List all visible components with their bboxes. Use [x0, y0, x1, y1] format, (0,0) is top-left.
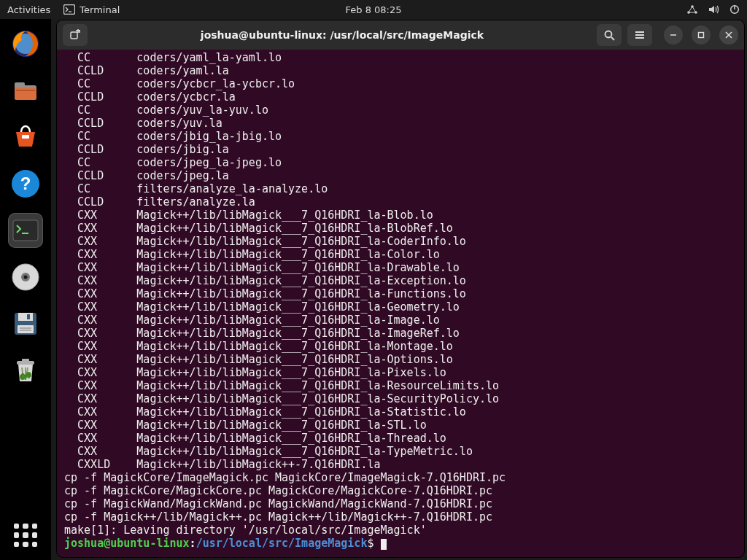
terminal-line: CXX Magick++/lib/libMagick___7_Q16HDRI_l…	[64, 300, 737, 314]
terminal-line: CXX Magick++/lib/libMagick___7_Q16HDRI_l…	[64, 432, 737, 445]
dock: ?	[0, 19, 51, 560]
top-panel: Activities Terminal Feb 8 08:25	[0, 0, 747, 19]
svg-rect-24	[27, 314, 30, 319]
prompt-line[interactable]: joshua@ubuntu-linux:/usr/local/src/Image…	[64, 537, 737, 550]
terminal-line: CXX Magick++/lib/libMagick___7_Q16HDRI_l…	[64, 261, 737, 274]
terminal-line: CXX Magick++/lib/libMagick___7_Q16HDRI_l…	[64, 419, 737, 432]
terminal-line: CC coders/yuv_la-yuv.lo	[64, 104, 737, 117]
dock-disc[interactable]	[8, 260, 43, 295]
terminal-line: CCLD coders/yaml.la	[64, 64, 737, 77]
dock-software[interactable]	[8, 120, 43, 155]
terminal-line: CC coders/jbig_la-jbig.lo	[64, 130, 737, 143]
window-title: joshua@ubuntu-linux: /usr/local/src/Imag…	[93, 29, 591, 41]
sound-icon[interactable]	[708, 4, 719, 15]
maximize-button[interactable]	[692, 26, 711, 44]
prompt-cwd: /usr/local/src/ImageMagick	[196, 537, 368, 550]
terminal-line: CXX Magick++/lib/libMagick___7_Q16HDRI_l…	[64, 366, 737, 379]
terminal-line: CCLD coders/ycbcr.la	[64, 90, 737, 104]
dock-firefox[interactable]	[8, 26, 43, 61]
titlebar: joshua@ubuntu-linux: /usr/local/src/Imag…	[57, 20, 744, 50]
terminal-line: CXX Magick++/lib/libMagick___7_Q16HDRI_l…	[64, 209, 737, 222]
new-tab-button[interactable]	[63, 24, 88, 46]
svg-line-38	[611, 37, 614, 40]
terminal-line: CC coders/ycbcr_la-ycbcr.lo	[64, 77, 737, 90]
show-applications[interactable]	[11, 521, 40, 550]
terminal-line: CC coders/yaml_la-yaml.lo	[64, 51, 737, 64]
network-icon[interactable]	[686, 4, 698, 15]
svg-point-21	[24, 276, 28, 279]
terminal-line: cp -f Magick++/lib/Magick++.pc Magick++/…	[64, 510, 737, 524]
terminal-line: make[1]: Leaving directory '/usr/local/s…	[64, 524, 737, 537]
terminal-line: cp -f MagickCore/ImageMagick.pc MagickCo…	[64, 471, 737, 484]
svg-rect-10	[15, 82, 25, 88]
svg-rect-43	[699, 33, 704, 38]
svg-rect-13	[22, 135, 29, 139]
terminal-line: CCLD coders/jpeg.la	[64, 169, 737, 182]
cursor	[381, 539, 387, 550]
activities-button[interactable]: Activities	[7, 4, 50, 15]
terminal-line: cp -f MagickWand/MagickWand.pc MagickWan…	[64, 497, 737, 510]
terminal-line: CCLD coders/yuv.la	[64, 117, 737, 130]
power-icon[interactable]	[729, 4, 740, 15]
dock-terminal[interactable]	[8, 213, 43, 248]
svg-point-37	[605, 31, 612, 38]
svg-rect-29	[22, 359, 29, 362]
terminal-output[interactable]: CC coders/yaml_la-yaml.lo CCLD coders/ya…	[57, 50, 744, 557]
prompt-dollar: $	[367, 537, 380, 550]
terminal-line: cp -f MagickCore/MagickCore.pc MagickCor…	[64, 484, 737, 497]
terminal-line: CXX Magick++/lib/libMagick___7_Q16HDRI_l…	[64, 274, 737, 287]
svg-rect-16	[13, 220, 38, 241]
terminal-line: CXX Magick++/lib/libMagick___7_Q16HDRI_l…	[64, 287, 737, 300]
terminal-line: CXX Magick++/lib/libMagick___7_Q16HDRI_l…	[64, 340, 737, 353]
dock-help[interactable]: ?	[8, 166, 43, 201]
dock-trash[interactable]	[8, 353, 43, 388]
terminal-line: CXX Magick++/lib/libMagick___7_Q16HDRI_l…	[64, 314, 737, 327]
minimize-button[interactable]	[664, 26, 683, 44]
terminal-line: CXX Magick++/lib/libMagick___7_Q16HDRI_l…	[64, 353, 737, 366]
dock-save[interactable]	[8, 306, 43, 341]
prompt-userhost: joshua@ubuntu-linux	[64, 537, 190, 550]
dock-files[interactable]	[8, 73, 43, 108]
svg-text:?: ?	[20, 174, 31, 193]
terminal-line: CXX Magick++/lib/libMagick___7_Q16HDRI_l…	[64, 327, 737, 340]
close-button[interactable]	[719, 26, 738, 44]
terminal-line: CXX Magick++/lib/libMagick___7_Q16HDRI_l…	[64, 445, 737, 458]
terminal-line: CXXLD Magick++/lib/libMagick++-7.Q16HDRI…	[64, 458, 737, 471]
terminal-line: CC coders/jpeg_la-jpeg.lo	[64, 156, 737, 169]
svg-rect-11	[15, 88, 36, 100]
terminal-line: CCLD filters/analyze.la	[64, 195, 737, 209]
svg-rect-33	[71, 32, 77, 39]
terminal-line: CXX Magick++/lib/libMagick___7_Q16HDRI_l…	[64, 222, 737, 235]
hamburger-menu[interactable]	[627, 24, 652, 46]
terminal-line: CC filters/analyze_la-analyze.lo	[64, 182, 737, 195]
terminal-line: CXX Magick++/lib/libMagick___7_Q16HDRI_l…	[64, 392, 737, 405]
svg-rect-23	[18, 313, 33, 321]
terminal-line: CXX Magick++/lib/libMagick___7_Q16HDRI_l…	[64, 248, 737, 261]
terminal-line: CXX Magick++/lib/libMagick___7_Q16HDRI_l…	[64, 405, 737, 419]
terminal-line: CXX Magick++/lib/libMagick___7_Q16HDRI_l…	[64, 379, 737, 392]
search-button[interactable]	[597, 24, 622, 46]
active-app-label: Terminal	[80, 4, 120, 15]
svg-rect-25	[18, 325, 34, 333]
terminal-window: joshua@ubuntu-linux: /usr/local/src/Imag…	[57, 20, 744, 557]
terminal-line: CCLD coders/jbig.la	[64, 143, 737, 156]
terminal-line: CXX Magick++/lib/libMagick___7_Q16HDRI_l…	[64, 235, 737, 248]
prompt-colon: :	[190, 537, 196, 550]
terminal-icon	[63, 4, 75, 15]
active-app-indicator[interactable]: Terminal	[63, 4, 120, 15]
svg-rect-0	[64, 5, 75, 15]
clock[interactable]: Feb 8 08:25	[345, 4, 401, 15]
svg-rect-12	[16, 90, 35, 91]
